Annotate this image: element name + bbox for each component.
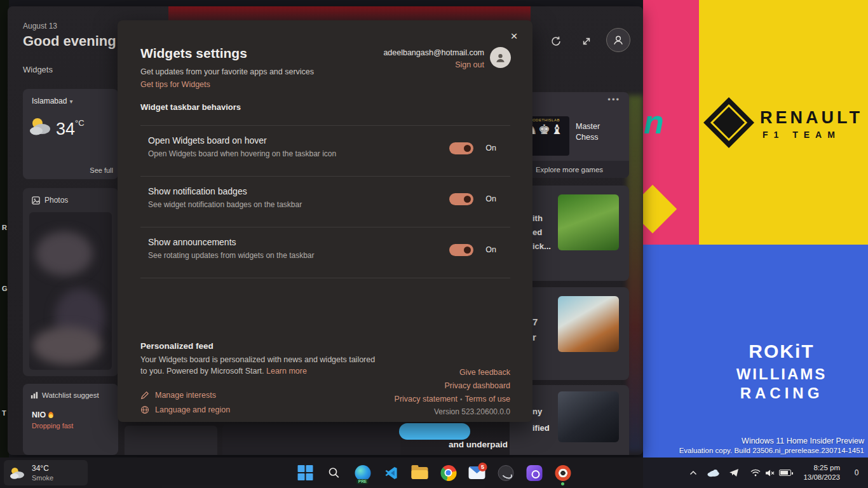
file-explorer-button[interactable] [410,459,430,486]
chrome-button[interactable] [438,459,459,486]
wallpaper-bleed-right [627,95,643,451]
avatar[interactable] [490,47,511,68]
watchlist-ticker-row[interactable]: NIO [32,410,53,419]
privacy-dashboard-link[interactable]: Privacy dashboard [444,381,510,390]
weather-temperature: 34°C [56,118,85,139]
dark-app-icon [498,465,513,481]
learn-more-link[interactable]: Learn more [266,367,307,376]
renault-wordmark: RENAULT [760,108,863,128]
purple-app-icon [526,465,542,481]
app-button-purple[interactable] [524,459,545,486]
personalized-feed-line1: Your Widgets board is personalized with … [140,355,375,364]
wifi-icon [750,469,761,477]
clock[interactable]: 8:25 pm 13/08/2023 [801,462,843,484]
toggle-knob [464,196,471,203]
weather-location[interactable]: Islamabad▾ [32,97,72,105]
toggle-title: Open Widgets board on hover [148,135,267,146]
profile-button[interactable] [606,28,630,52]
ticker-symbol: NIO [32,410,46,419]
expand-button[interactable] [576,30,597,52]
app-button-dark[interactable] [496,459,516,486]
news-image-person [558,391,619,442]
headline-fragment: r [532,332,536,342]
taskbar: 34°C Smoke PRE 5 [0,458,868,488]
board-date: August 13 [23,22,57,30]
headline-fragment: and underpaid [449,440,508,449]
weather-location-label: Islamabad [32,97,67,105]
notification-center-button[interactable]: 0 [849,466,864,480]
taskbar-weather-text: 34°C Smoke [32,464,53,482]
headline-fragment: ed [532,227,542,237]
blur-blob [32,327,102,365]
toggle-description: Open Widgets board when hovering on the … [148,149,336,158]
vscode-button[interactable] [381,459,402,486]
toggle-switch[interactable] [449,193,473,205]
williams-racing-wordmark: ROKiT WILLIAMS RACING [712,341,851,402]
sign-out-link[interactable]: Sign out [383,60,484,69]
watchlist-widget[interactable]: Watchlist suggest NIO Dropping fast [23,384,118,455]
headline-fragment: ified [532,423,550,433]
show-hidden-icons-button[interactable] [686,465,700,480]
weather-widget[interactable]: Islamabad▾ 34°C See full [23,89,118,179]
game-title: Master Chess [576,121,600,143]
wallpaper-text-fragment: n [644,105,664,139]
mail-button[interactable]: 5 [467,459,487,486]
partially-hidden-card [222,424,400,455]
language-region-link[interactable]: Language and region [140,405,230,414]
see-full-forecast-link[interactable]: See full [90,166,113,174]
windows-logo-icon [298,465,313,480]
williams-label: WILLIAMS [712,365,851,383]
privacy-terms-row: Privacy statement•Terms of use [395,395,510,403]
manage-interests-link[interactable]: Manage interests [140,391,216,400]
partially-hidden-blue-button[interactable] [399,423,470,440]
behaviors-section-header: Widget taskbar behaviors [140,102,241,112]
telegram-tray-button[interactable] [727,465,741,480]
media-player-button[interactable] [553,459,573,486]
watermark-build: Evaluation copy. Build 23506.ni_prerelea… [679,447,864,454]
get-tips-link[interactable]: Get tips for Widgets [140,80,210,89]
search-icon [328,466,341,479]
taskbar-weather-condition: Smoke [32,474,53,482]
vscode-icon [384,466,398,480]
dialog-title: Widgets settings [140,46,247,61]
wallpaper-letter: G [2,285,8,292]
running-indicator [561,482,564,485]
toggle-switch[interactable] [449,244,473,256]
terms-of-use-link[interactable]: Terms of use [465,395,510,403]
watchlist-header: Watchlist suggest [31,391,99,399]
watchlist-title: Watchlist suggest [42,391,99,399]
close-button[interactable]: × [505,27,524,46]
toggle-row-announcements: Show announcements See rotating updates … [140,227,510,278]
weather-temp-unit: °C [75,118,85,128]
photos-blurred-image [29,212,112,370]
cloud-icon [707,468,720,477]
edge-preview-button[interactable]: PRE [353,459,373,486]
refresh-button[interactable] [545,30,567,52]
photos-title: Photos [44,196,68,205]
toggle-switch[interactable] [449,142,473,154]
network-volume-battery-button[interactable] [747,467,794,479]
toggle-title: Show announcements [148,237,236,247]
toggle-description: See rotating updates from widgets on the… [148,251,315,260]
give-feedback-link[interactable]: Give feedback [459,368,510,377]
chart-icon [31,391,38,399]
onedrive-tray-button[interactable] [707,465,721,480]
manage-interests-label: Manage interests [155,391,216,400]
separator-dot: • [460,396,463,403]
photos-widget[interactable]: Photos [23,188,118,376]
start-button[interactable] [295,459,316,486]
racing-label: RACING [712,384,851,402]
toggle-knob [464,145,471,152]
watermark-edition: Windows 11 Home Insider Preview [679,437,864,445]
toggle-row-open-on-hover: Open Widgets board on hover Open Widgets… [140,125,510,176]
renault-f1-team-label: F1 TEAM [763,130,841,140]
search-button[interactable] [324,459,344,486]
privacy-statement-link[interactable]: Privacy statement [395,395,458,403]
board-greeting: Good evening [23,33,116,50]
taskbar-weather-widget[interactable]: 34°C Smoke [4,460,88,485]
game-title-line1: Master [576,121,600,132]
toggle-description: See widget notification badges on the ta… [148,200,302,209]
blur-blob [36,231,93,276]
more-options-icon[interactable]: ••• [607,95,620,104]
widgets-settings-dialog: × Widgets settings Get updates from your… [118,20,532,422]
